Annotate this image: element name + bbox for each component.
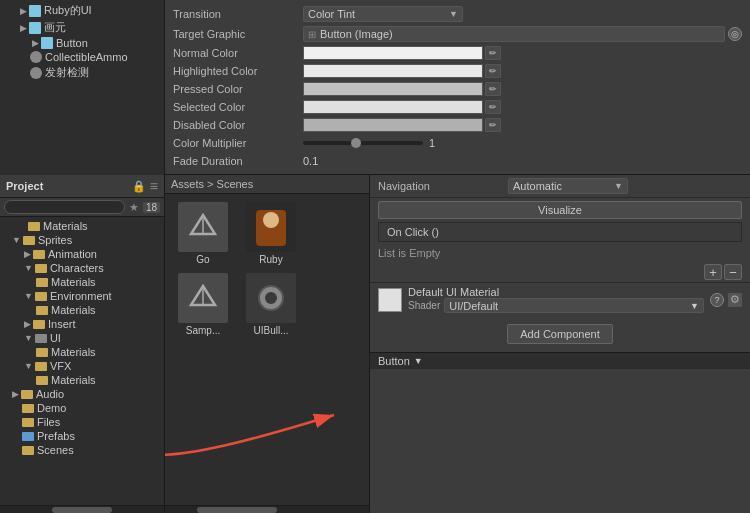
ruby-sprite-icon [246, 202, 296, 252]
tree-item-environment[interactable]: ▼ Environment [0, 289, 164, 303]
folder-icon [35, 264, 47, 273]
folder-icon [21, 390, 33, 399]
color-multiplier-slider[interactable] [303, 141, 423, 145]
folder-icon [23, 236, 35, 245]
tree-item-vfx[interactable]: ▼ VFX [0, 359, 164, 373]
tree-item-animation[interactable]: ▶ Animation [0, 247, 164, 261]
asset-item-samp[interactable]: Samp... [173, 273, 233, 336]
hierarchy-item[interactable]: CollectibleAmmo [0, 50, 164, 64]
tree-item-insert[interactable]: ▶ Insert [0, 317, 164, 331]
hierarchy-item-label: CollectibleAmmo [45, 51, 128, 63]
tree-item-prefabs[interactable]: Prefabs [0, 429, 164, 443]
hierarchy-item[interactable]: ▶ 画元 [0, 19, 164, 36]
bottom-bar: Button ▼ [370, 352, 750, 369]
tree-item-env-materials[interactable]: Materials [0, 303, 164, 317]
pressed-color-field[interactable] [303, 82, 483, 96]
normal-color-field[interactable] [303, 46, 483, 60]
tree-item-files[interactable]: Files [0, 415, 164, 429]
eyedropper-icon[interactable]: ✏ [485, 118, 501, 132]
tree-item-ui-materials[interactable]: Materials [0, 345, 164, 359]
hierarchy-item[interactable]: ▶ Ruby的UI [0, 2, 164, 19]
tree-item-ui[interactable]: ▼ UI [0, 331, 164, 345]
fade-duration-label: Fade Duration [173, 155, 303, 167]
expand-arrow: ▶ [32, 38, 39, 48]
folder-icon [36, 348, 48, 357]
expand-arrow: ▼ [24, 361, 33, 371]
fade-duration-value: 0.1 [303, 155, 742, 167]
material-icons: ? ⚙ [710, 293, 742, 307]
fade-duration-row: Fade Duration 0.1 [173, 152, 742, 170]
transition-label: Transition [173, 8, 303, 20]
tree-item-label: Audio [36, 388, 64, 400]
svg-point-4 [263, 212, 279, 228]
tree-item-sprites[interactable]: ▼ Sprites [0, 233, 164, 247]
expand-arrow: ▼ [12, 235, 21, 245]
tree-item-materials[interactable]: Materials [0, 219, 164, 233]
chevron-down-icon: ▼ [449, 9, 458, 19]
highlighted-color-label: Highlighted Color [173, 65, 303, 77]
tree-item-audio[interactable]: ▶ Audio [0, 387, 164, 401]
lock-icon[interactable]: 🔒 [132, 180, 146, 193]
assets-scrollbar[interactable] [165, 505, 369, 513]
material-info: Default UI Material Shader UI/Default ▼ [408, 286, 704, 313]
asset-thumb [246, 202, 296, 252]
shader-dropdown[interactable]: UI/Default ▼ [444, 298, 704, 313]
highlighted-color-field[interactable] [303, 64, 483, 78]
tree-item-characters[interactable]: ▼ Characters [0, 261, 164, 275]
eyedropper-icon[interactable]: ✏ [485, 100, 501, 114]
asset-thumb [246, 273, 296, 323]
navigation-dropdown[interactable]: Automatic ▼ [508, 178, 628, 194]
expand-arrow: ▶ [24, 319, 31, 329]
chevron-down-icon: ▼ [614, 181, 623, 191]
add-component-button[interactable]: Add Component [507, 324, 613, 344]
asset-item-uibull[interactable]: UIBull... [241, 273, 301, 336]
transition-dropdown-text: Color Tint [308, 8, 355, 20]
remove-onclick-button[interactable]: − [724, 264, 742, 280]
question-icon[interactable]: ? [710, 293, 724, 307]
tree-item-label: Demo [37, 402, 66, 414]
selected-color-value: ✏ [303, 100, 742, 114]
tree-item-vfx-materials[interactable]: Materials [0, 373, 164, 387]
disabled-color-field[interactable] [303, 118, 483, 132]
folder-icon [36, 376, 48, 385]
transition-dropdown[interactable]: Color Tint ▼ [303, 6, 463, 22]
add-onclick-button[interactable]: + [704, 264, 722, 280]
project-search-input[interactable] [4, 200, 125, 214]
expand-arrow: ▼ [24, 291, 33, 301]
folder-icon [36, 306, 48, 315]
eyedropper-icon[interactable]: ✏ [485, 46, 501, 60]
gear-icon[interactable]: ⚙ [728, 293, 742, 307]
gameobject-icon [30, 67, 42, 79]
assets-grid-container: Go Ruby [165, 194, 369, 513]
hierarchy-item[interactable]: 发射检测 [0, 64, 164, 81]
selected-color-field[interactable] [303, 100, 483, 114]
hierarchy-item[interactable]: ▶ Button [0, 36, 164, 50]
chevron-down-icon: ▼ [414, 356, 423, 366]
tree-item-characters-materials[interactable]: Materials [0, 275, 164, 289]
asset-item-go[interactable]: Go [173, 202, 233, 265]
selected-color-label: Selected Color [173, 101, 303, 113]
star-icon[interactable]: ★ [129, 201, 139, 214]
project-scrollbar[interactable] [0, 505, 164, 513]
assets-grid: Go Ruby [165, 194, 369, 505]
badge-count: 18 [143, 202, 160, 213]
menu-icon[interactable]: ≡ [150, 178, 158, 194]
target-graphic-value: ⊞ Button (Image) ◎ [303, 26, 742, 42]
tree-item-scenes[interactable]: Scenes [0, 443, 164, 457]
eyedropper-icon[interactable]: ✏ [485, 82, 501, 96]
project-toolbar: ★ 18 [0, 198, 164, 217]
scrollbar-thumb [197, 507, 277, 513]
asset-label: Samp... [186, 325, 220, 336]
shader-label: Shader [408, 300, 440, 311]
target-graphic-picker-btn[interactable]: ◎ [728, 27, 742, 41]
navigation-value: Automatic [513, 180, 562, 192]
target-graphic-field[interactable]: ⊞ Button (Image) [303, 26, 725, 42]
tree-item-label: Sprites [38, 234, 72, 246]
expand-arrow: ▼ [24, 263, 33, 273]
asset-item-ruby[interactable]: Ruby [241, 202, 301, 265]
expand-arrow: ▶ [20, 6, 27, 16]
folder-icon [22, 432, 34, 441]
eyedropper-icon[interactable]: ✏ [485, 64, 501, 78]
visualize-button[interactable]: Visualize [378, 201, 742, 219]
tree-item-demo[interactable]: Demo [0, 401, 164, 415]
